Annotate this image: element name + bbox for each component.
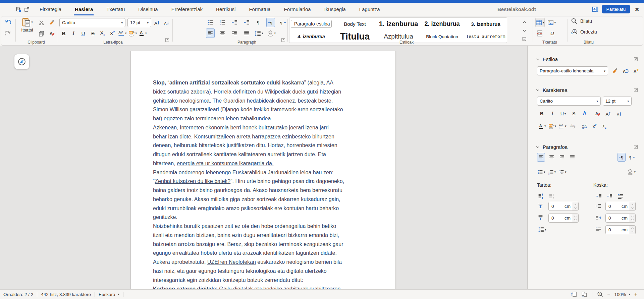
document-page[interactable]: Slop, “adimen artifizial sortzaileak sor…: [130, 51, 396, 289]
sidebar-font-size-combo[interactable]: 12 pt▾: [603, 97, 632, 106]
indent-before-field[interactable]: 0 cm: [605, 202, 636, 211]
paragraph-dialog-launcher-icon[interactable]: [634, 145, 638, 149]
bullet-list-button[interactable]: ▾: [537, 168, 546, 176]
document-text[interactable]: Slop, “adimen artifizial sortzaileak sor…: [153, 78, 382, 289]
highlight-color-button[interactable]: ab▾: [128, 28, 138, 38]
menu-item-formularioa[interactable]: Formularioa: [284, 3, 311, 16]
superscript-button[interactable]: X2: [108, 28, 117, 38]
update-style-button[interactable]: A: [622, 67, 630, 75]
align-justify-button[interactable]: [242, 28, 251, 38]
spinner-control[interactable]: [629, 202, 635, 211]
spinner-control[interactable]: [629, 226, 635, 234]
style-heading-4[interactable]: 4. izenburua: [298, 34, 325, 39]
menu-item-diseinua[interactable]: Diseinua: [138, 3, 158, 16]
undo-button[interactable]: [3, 18, 12, 27]
styles-dialog-launcher-icon[interactable]: [634, 57, 638, 61]
word-count[interactable]: 442 hitz, 3.839 karaktere: [41, 292, 91, 297]
formatting-marks-button[interactable]: ¶: [254, 18, 263, 27]
character-spacing-button[interactable]: AV▾: [118, 28, 127, 38]
bold-button[interactable]: B: [59, 28, 68, 38]
paragraph-style-combo[interactable]: Paragrafo-estilo lehenetsia▾: [537, 66, 608, 75]
increase-font-button[interactable]: A: [604, 109, 612, 118]
styles-scroll-up-button[interactable]: [520, 18, 529, 26]
highlight-color-button[interactable]: ab▾: [548, 122, 557, 130]
font-color-button[interactable]: A▾: [538, 122, 546, 130]
sidebar-toggle-icon[interactable]: [592, 6, 598, 12]
copy-button[interactable]: [37, 29, 46, 38]
change-case-button[interactable]: abc: [569, 122, 577, 130]
menu-item-formatua[interactable]: Formatua: [249, 3, 270, 16]
insert-table-button[interactable]: ▾: [535, 18, 545, 27]
redo-button[interactable]: [3, 29, 12, 38]
rotate-character-button[interactable]: abcd: [581, 122, 589, 130]
cut-button[interactable]: [37, 18, 46, 27]
decrease-indent-button[interactable]: [242, 18, 251, 27]
character-spacing-button[interactable]: AV▾: [558, 122, 567, 130]
menu-item-hasiera[interactable]: Hasiera: [75, 3, 93, 16]
menu-item-ikuspegia[interactable]: Ikuspegia: [324, 3, 346, 16]
menu-item-berrikusi[interactable]: Berrikusi: [216, 3, 235, 16]
paragraph-background-button[interactable]: ▾: [627, 168, 636, 176]
zoom-out-button[interactable]: −: [607, 291, 610, 297]
rtl-direction-button[interactable]: ¶: [628, 153, 636, 162]
menu-item-txertatu[interactable]: Txertatu: [106, 3, 125, 16]
increase-indent-button[interactable]: [595, 192, 603, 200]
styles-scroll-down-button[interactable]: [520, 26, 529, 35]
single-page-view-icon[interactable]: [571, 291, 577, 297]
align-center-button[interactable]: [547, 153, 555, 162]
line-spacing-button[interactable]: ▾: [254, 28, 264, 38]
spinner-control[interactable]: [572, 202, 578, 211]
clear-formatting-button[interactable]: A: [593, 109, 601, 118]
new-style-button[interactable]: A: [632, 67, 640, 75]
increase-spacing-button[interactable]: [537, 192, 545, 200]
strikethrough-button[interactable]: S: [89, 28, 97, 38]
spinner-control[interactable]: [629, 214, 635, 222]
sidebar-font-name-combo[interactable]: Carlito▾: [537, 97, 601, 106]
paragraph-dialog-launcher-icon[interactable]: [281, 38, 285, 42]
paragraph-background-button[interactable]: ▾: [267, 28, 276, 38]
language-selector[interactable]: Euskara ▾: [99, 292, 119, 297]
close-icon[interactable]: ×: [635, 6, 639, 13]
italic-button[interactable]: I: [69, 28, 78, 38]
numbered-list-button[interactable]: 123: [218, 18, 227, 27]
first-line-indent-field[interactable]: 0 cm: [605, 225, 636, 234]
strikethrough-button[interactable]: S: [570, 109, 578, 118]
insert-page-break-button[interactable]: [535, 28, 544, 38]
zoom-level-selector[interactable]: 100% ▾: [614, 292, 630, 297]
menu-item-erreferentziak[interactable]: Erreferentziak: [171, 3, 203, 16]
superscript-button[interactable]: x2: [591, 122, 599, 130]
navigator-button[interactable]: [14, 54, 29, 69]
indent-after-field[interactable]: 0 cm: [605, 214, 636, 223]
menu-item-fitxategia[interactable]: Fitxategia: [40, 3, 61, 16]
clear-formatting-button[interactable]: A: [47, 29, 56, 38]
clone-formatting-button[interactable]: [611, 67, 619, 75]
paste-button[interactable]: ▾ Itsatsi: [17, 17, 37, 33]
decrease-spacing-button[interactable]: [548, 192, 556, 200]
insert-image-button[interactable]: ▾: [547, 18, 556, 27]
zoom-in-button[interactable]: +: [634, 291, 637, 297]
decrease-indent-button[interactable]: [605, 192, 613, 200]
save-icon[interactable]: [15, 6, 21, 12]
style-heading-1[interactable]: 1. izenburua: [379, 20, 418, 28]
menu-item-laguntza[interactable]: Laguntza: [359, 3, 380, 16]
insert-special-char-button[interactable]: Ω: [548, 28, 557, 38]
outline-list-button[interactable]: 1▾: [558, 168, 567, 176]
decrease-font-button[interactable]: A: [162, 18, 171, 27]
subscript-button[interactable]: x2: [600, 122, 608, 130]
font-dialog-launcher-icon[interactable]: [165, 38, 169, 42]
style-body-text[interactable]: Body Text: [344, 21, 366, 27]
spinner-control[interactable]: [572, 214, 578, 222]
style-preformatted[interactable]: Testu aurreform: [466, 34, 505, 39]
font-color-button[interactable]: A▾: [138, 28, 147, 38]
page-indicator[interactable]: Orrialdea: 2 / 2: [3, 292, 33, 297]
line-spacing-button[interactable]: ▾: [538, 225, 547, 234]
underline-button[interactable]: U▾: [559, 109, 567, 118]
underline-button[interactable]: U: [79, 28, 88, 38]
numbered-list-button[interactable]: 123▾: [548, 168, 556, 176]
shadow-button[interactable]: A: [581, 109, 589, 118]
style-default-paragraph[interactable]: Paragrafo-estiloa: [291, 20, 332, 28]
increase-indent-button[interactable]: [230, 18, 239, 27]
ltr-direction-button[interactable]: ¶: [618, 153, 626, 162]
styles-section-header[interactable]: Estiloa: [536, 56, 638, 62]
replace-button[interactable]: ba Ordeztu: [571, 28, 597, 35]
